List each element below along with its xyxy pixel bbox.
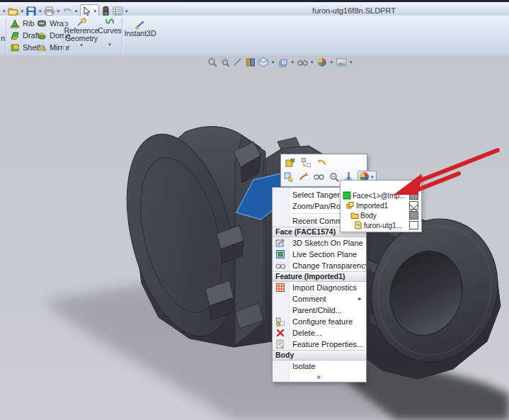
change-transparency-icon xyxy=(275,261,285,271)
select-other-icon[interactable] xyxy=(283,171,295,183)
menu-item-label: 3D Sketch On Plane xyxy=(292,239,363,247)
menu-item-configure-feature[interactable]: Configure feature xyxy=(273,316,366,327)
menu-item-label: Change Transparency xyxy=(292,261,366,270)
part-document-icon xyxy=(354,221,362,229)
edit-sketch-icon[interactable] xyxy=(298,171,310,183)
menu-item-3d-sketch-on-plane[interactable]: 3D Sketch On Plane xyxy=(273,237,366,249)
menu-item-change-transparency[interactable]: Change Transparency xyxy=(273,260,366,271)
menu-expand-chevron[interactable]: » xyxy=(273,372,366,382)
menu-item-label: Isolate xyxy=(292,362,315,370)
edit-appearance-icon[interactable] xyxy=(316,57,328,68)
zoom-to-area-icon[interactable] xyxy=(219,57,231,68)
apply-scene-dropdown-icon[interactable]: ▾ xyxy=(348,59,354,64)
section-view-icon[interactable] xyxy=(245,57,256,68)
import-diagnostics-icon xyxy=(275,283,285,293)
live-section-plane-icon xyxy=(275,249,285,259)
hide-show-items-icon[interactable] xyxy=(297,57,308,68)
flyout-item-imported1[interactable]: Imported1 xyxy=(341,200,388,210)
hide-show-dropdown-icon[interactable]: ▾ xyxy=(309,59,315,64)
hide-icon[interactable] xyxy=(313,171,325,183)
menu-item-feature-properties[interactable]: Feature Properties... xyxy=(273,339,366,350)
menu-item-label: Feature Properties... xyxy=(292,340,363,348)
configure-feature-icon xyxy=(275,317,285,327)
menu-item-comment[interactable]: Comment ► xyxy=(273,293,366,305)
appearances-dropdown-icon[interactable]: ▾ xyxy=(370,174,375,179)
menu-item-label: Parent/Child... xyxy=(292,306,342,314)
flyout-item-part[interactable]: furon-utg1... xyxy=(341,220,402,230)
solidworks-window: { "window": { "title": "furon-utg16f8n.S… xyxy=(0,0,509,420)
menu-item-live-section-plane[interactable]: Live Section Plane xyxy=(273,249,366,260)
body-appearance-swatch[interactable] xyxy=(409,211,418,220)
rollback-icon[interactable] xyxy=(316,157,328,169)
menu-item-label: Comment xyxy=(292,295,326,303)
menu-item-import-diagnostics[interactable]: Import Diagnostics xyxy=(273,282,366,293)
submenu-arrow-icon: ► xyxy=(358,293,362,305)
menu-item-isolate[interactable]: Isolate xyxy=(273,361,366,372)
feature-properties-icon xyxy=(275,339,285,349)
menu-header-feature: Feature (Imported1) xyxy=(273,271,366,282)
appearances-header-icon xyxy=(410,181,419,190)
flyout-item-label: Body xyxy=(360,212,377,220)
menu-item-label: Configure feature xyxy=(292,317,353,326)
sketch-on-plane-icon xyxy=(275,238,285,248)
delete-icon xyxy=(275,328,285,338)
edit-appearance-dropdown-icon[interactable]: ▾ xyxy=(329,59,335,64)
menu-item-label: Live Section Plane xyxy=(292,250,357,259)
apply-scene-icon[interactable] xyxy=(336,57,347,68)
flyout-item-label: furon-utg1... xyxy=(364,222,402,229)
feature-appearance-swatch[interactable] xyxy=(409,201,418,210)
flyout-item-face[interactable]: Face<1>@Imp... xyxy=(341,191,406,200)
display-style-dropdown-icon[interactable]: ▾ xyxy=(290,59,296,64)
suppress-icon[interactable] xyxy=(300,157,312,169)
zoom-to-fit-icon[interactable] xyxy=(207,57,218,68)
edit-feature-icon[interactable] xyxy=(285,157,297,169)
part-appearance-swatch[interactable] xyxy=(409,221,418,229)
flyout-item-label: Imported1 xyxy=(356,202,388,210)
appearance-target-flyout: Face<1>@Imp... Imported1 Body furon-utg1… xyxy=(340,180,422,232)
view-orientation-dropdown-icon[interactable]: ▾ xyxy=(270,59,276,64)
menu-item-parent-child[interactable]: Parent/Child... xyxy=(273,305,366,316)
previous-view-icon[interactable] xyxy=(232,57,244,68)
face-appearance-swatch[interactable] xyxy=(409,191,418,200)
imported-feature-icon xyxy=(346,201,355,210)
display-style-icon[interactable] xyxy=(278,57,289,68)
flyout-item-label: Face<1>@Imp... xyxy=(353,192,406,200)
menu-item-delete[interactable]: Delete... xyxy=(273,327,366,339)
view-orientation-icon[interactable] xyxy=(258,57,269,68)
body-folder-icon xyxy=(350,211,359,220)
heads-up-view-toolbar: ▾ ▾ ▾ ▾ ▾ xyxy=(207,56,354,68)
menu-header-body: Body xyxy=(273,350,366,361)
zoom-to-selection-icon[interactable] xyxy=(328,171,340,183)
menu-item-label: Delete... xyxy=(292,329,321,337)
flyout-item-body[interactable]: Body xyxy=(341,210,377,220)
face-entity-icon xyxy=(343,191,351,200)
menu-item-label: Import Diagnostics xyxy=(292,283,357,292)
